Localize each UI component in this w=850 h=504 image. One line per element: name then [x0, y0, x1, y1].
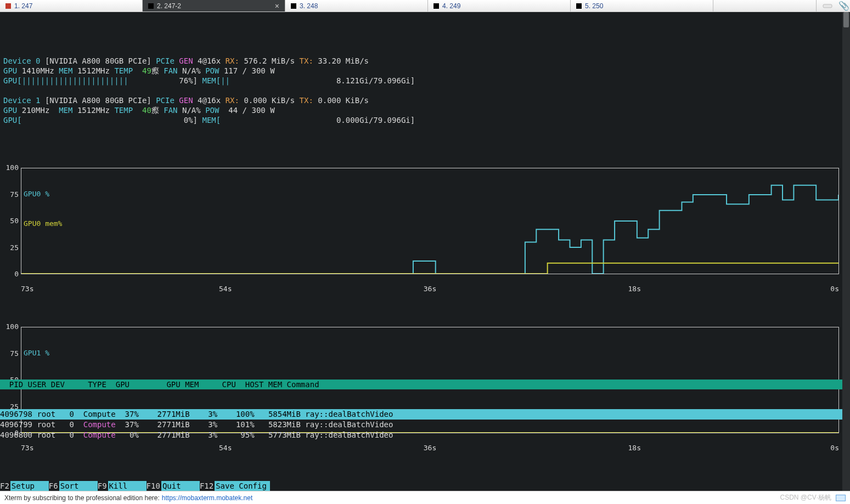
tab-3[interactable]: 3. 248	[285, 0, 428, 12]
terminal[interactable]: Device 0 [NVIDIA A800 80GB PCIe] PCIe GE…	[0, 12, 850, 491]
blank-line	[3, 86, 847, 95]
device-0-line3: GPU[||||||||||||||||||||||| 76%] MEM[|| …	[3, 76, 847, 86]
process-header[interactable]: PID USER DEV TYPE GPU GPU MEM CPU HOST M…	[0, 380, 842, 389]
tabbar-overflow-button[interactable]	[816, 0, 838, 12]
fkey-f12[interactable]: F12Save Config	[200, 481, 270, 491]
terminal-icon	[148, 3, 154, 9]
fkey-f2[interactable]: F2Setup	[0, 481, 49, 491]
terminal-icon	[576, 3, 582, 9]
tab-2[interactable]: 2. 247-2×	[143, 0, 285, 12]
fkey-label: Quit	[161, 481, 200, 491]
attachment-icon[interactable]: 📎	[838, 0, 850, 12]
fkey-key: F9	[98, 481, 108, 491]
fkey-label: Save Config	[215, 481, 270, 491]
device-1-line1: Device 1 [NVIDIA A800 80GB PCIe] PCIe GE…	[3, 95, 847, 105]
terminal-icon	[5, 3, 11, 9]
fkey-key: F10	[147, 481, 161, 491]
tab-bar: 1. 2472. 247-2×3. 2484. 2495. 250 📎	[0, 0, 850, 12]
tab-5[interactable]: 5. 250	[571, 0, 713, 12]
fkey-f10[interactable]: F10Quit	[147, 481, 200, 491]
close-icon[interactable]: ×	[275, 2, 279, 10]
fkey-f9[interactable]: F9Kill	[98, 481, 147, 491]
device-1-line3: GPU[ 0%] MEM[ 0.000Gi/79.096Gi]	[3, 115, 847, 125]
fkey-label: Sort	[59, 481, 98, 491]
tab-label: 1. 247	[14, 2, 32, 10]
tab-1[interactable]: 1. 247	[0, 0, 143, 12]
terminal-icon	[434, 3, 439, 9]
svg-rect-0	[823, 4, 832, 8]
chart0-yaxis: 1007550250	[3, 168, 20, 274]
tab-label: 3. 248	[300, 2, 318, 10]
tab-4[interactable]: 4. 249	[428, 0, 571, 12]
chart0-plot	[21, 168, 838, 274]
tabbar-spacer	[713, 0, 816, 12]
scrollbar-thumb[interactable]	[843, 12, 849, 27]
function-keys: F2SetupF6SortF9KillF10QuitF12Save Config	[0, 481, 842, 491]
device-0-line2: GPU 1410MHz MEM 1512MHz TEMP 49瘵 FAN N/A…	[3, 66, 847, 76]
fkey-key: F2	[0, 481, 10, 491]
device-0-line1: Device 0 [NVIDIA A800 80GB PCIe] PCIe GE…	[3, 56, 847, 66]
fkey-key: F12	[200, 481, 215, 491]
terminal-icon	[291, 3, 296, 9]
process-row[interactable]: 4096799 root 0 Compute 37% 2771MiB 3% 10…	[0, 420, 842, 430]
fkey-key: F6	[49, 481, 59, 491]
tab-label: 2. 247-2	[157, 2, 181, 10]
device-1-line2: GPU 210MHz MEM 1512MHz TEMP 40瘵 FAN N/A%…	[3, 105, 847, 115]
tab-label: 4. 249	[442, 2, 460, 10]
process-row[interactable]: 4096800 root 0 Compute 0% 2771MiB 3% 95%…	[0, 430, 842, 440]
fkey-label: Setup	[10, 481, 49, 491]
process-row[interactable]: 4096798 root 0 Compute 37% 2771MiB 3% 10…	[0, 409, 842, 420]
chart-gpu0: 1007550250 GPU0 % GPU0 mem% 73s54s36s18s…	[3, 168, 847, 284]
chart0-box: GPU0 % GPU0 mem%	[21, 168, 839, 274]
fkey-label: Kill	[108, 481, 147, 491]
fkey-f6[interactable]: F6Sort	[49, 481, 98, 491]
process-table: PID USER DEV TYPE GPU GPU MEM CPU HOST M…	[0, 360, 842, 460]
tab-label: 5. 250	[585, 2, 603, 10]
